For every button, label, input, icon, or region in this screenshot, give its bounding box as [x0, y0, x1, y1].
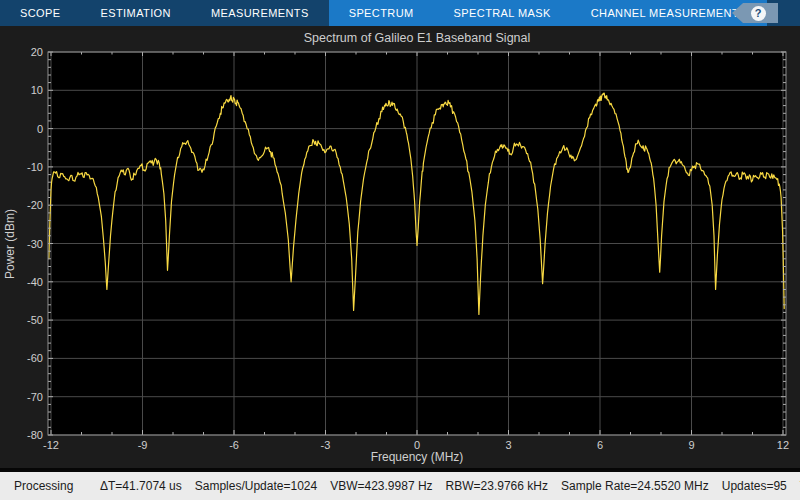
- spectrum-analyzer-window: SCOPE ESTIMATION MEASUREMENTS SPECTRUM S…: [0, 0, 800, 500]
- y-tick-label: -40: [27, 276, 43, 288]
- chart-title: Spectrum of Galileo E1 Baseband Signal: [48, 31, 786, 45]
- y-tick-label: -20: [27, 199, 43, 211]
- scope-figure: -12-9-6-303691220100-10-20-30-40-50-60-7…: [0, 26, 800, 468]
- tab-measurements[interactable]: MEASUREMENTS: [191, 0, 329, 26]
- status-stat: VBW=423.9987 Hz: [330, 479, 432, 493]
- plot-canvas[interactable]: -12-9-6-303691220100-10-20-30-40-50-60-7…: [0, 26, 800, 468]
- status-stat: Samples/Update=1024: [195, 479, 317, 493]
- y-tick-label: 0: [37, 123, 43, 135]
- spectrum-tab-group: SPECTRUM SPECTRAL MASK CHANNEL MEASUREME…: [329, 0, 767, 26]
- status-stat: ΔT=41.7074 us: [100, 479, 182, 493]
- tab-spectral-mask[interactable]: SPECTRAL MASK: [434, 0, 571, 26]
- y-tick-label: -70: [27, 391, 43, 403]
- tab-estimation[interactable]: ESTIMATION: [81, 0, 191, 26]
- y-tick-label: 10: [31, 84, 43, 96]
- status-stats: ΔT=41.7074 usSamples/Update=1024VBW=423.…: [100, 479, 800, 493]
- tab-scope[interactable]: SCOPE: [0, 0, 81, 26]
- y-tick-label: -30: [27, 238, 43, 250]
- y-tick-label: 20: [31, 46, 43, 58]
- y-tick-label: -60: [27, 352, 43, 364]
- question-icon: ?: [751, 6, 766, 21]
- x-axis-label: Frequency (MHz): [48, 450, 786, 464]
- status-bar: Processing ΔT=41.7074 usSamples/Update=1…: [0, 472, 800, 500]
- y-tick-label: -50: [27, 314, 43, 326]
- y-tick-label: -80: [27, 429, 43, 441]
- tab-spectrum[interactable]: SPECTRUM: [329, 0, 434, 26]
- status-stat: Sample Rate=24.5520 MHz: [561, 479, 709, 493]
- toolstrip: SCOPE ESTIMATION MEASUREMENTS SPECTRUM S…: [0, 0, 800, 26]
- y-axis-label: Power (dBm): [3, 194, 17, 294]
- status-stat: Updates=95: [722, 479, 787, 493]
- status-mode: Processing: [14, 479, 100, 493]
- status-stat: RBW=23.9766 kHz: [446, 479, 548, 493]
- y-tick-label: -10: [27, 161, 43, 173]
